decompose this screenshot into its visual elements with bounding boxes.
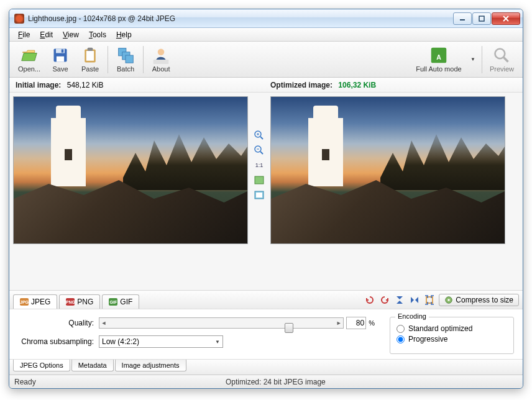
chevron-down-icon: ▼ [215,339,220,345]
separator [482,46,482,73]
menubar: File Edit View Tools Help [9,28,523,42]
app-icon [14,14,24,24]
folder-open-icon [21,47,38,64]
rotate-cw-icon[interactable] [379,294,390,306]
menu-help[interactable]: Help [111,29,137,40]
chroma-select[interactable]: Low (4:2:2) ▼ [99,335,223,348]
encoding-progressive-radio[interactable]: Progressive [397,335,507,343]
optimized-size-value: 106,32 KiB [338,81,376,89]
window-controls [453,12,520,25]
resize-icon[interactable] [424,294,435,306]
tab-gif[interactable]: GIFGIF [102,294,139,309]
svg-rect-29 [256,193,262,198]
flip-vertical-icon[interactable] [394,294,405,306]
svg-point-32 [448,299,451,301]
tab-jpeg[interactable]: JPGJPEG [13,294,57,309]
chroma-label: Chroma subsampling: [18,337,99,346]
status-optimized: Optimized: 24 bit JPEG image [226,378,326,386]
svg-rect-27 [255,176,264,184]
paste-button[interactable]: Paste [75,44,105,75]
view-tools: 1:1 [250,96,268,286]
tab-image-adjustments[interactable]: Image adjustments [115,360,186,371]
slider-thumb[interactable] [285,323,293,333]
app-window: Lighthouse.jpg - 1024x768 px @ 24bit JPE… [9,9,523,389]
window-title: Lighthouse.jpg - 1024x768 px @ 24bit JPE… [28,14,453,23]
encoding-group: Encoding Standard optimized Progressive [390,317,514,354]
zoom-1to1-button[interactable]: 1:1 [254,160,265,171]
svg-line-19 [504,57,508,61]
gear-icon [444,296,453,304]
auto-mode-dropdown[interactable]: ▼ [467,57,479,62]
original-image-pane[interactable] [13,96,248,244]
workspace: 1:1 [9,93,523,290]
svg-text:A: A [436,53,441,61]
about-button[interactable]: About [146,44,176,75]
zoom-in-icon[interactable] [254,130,265,141]
percent-label: % [369,319,375,327]
quality-label: Quality: [18,319,99,327]
svg-point-18 [495,48,505,58]
svg-line-21 [260,137,263,139]
fit-image-icon[interactable] [254,189,265,201]
separator [108,46,108,73]
floppy-icon [52,47,69,64]
slider-left-arrow[interactable]: ◄ [99,320,108,326]
svg-rect-6 [57,56,64,61]
compress-to-size-button[interactable]: Compress to size [439,294,519,306]
open-button[interactable]: Open... [13,44,45,75]
slider-right-arrow[interactable]: ► [334,320,343,326]
separator [143,46,144,73]
svg-line-25 [260,152,263,154]
encoding-legend: Encoding [395,312,429,320]
tab-jpeg-options[interactable]: JPEG Options [13,360,70,371]
menu-edit[interactable]: Edit [35,29,58,40]
save-button[interactable]: Save [45,44,75,75]
fit-window-icon[interactable] [254,175,265,186]
toolbar: Open... Save Paste Batch About A Full Au… [9,42,523,78]
svg-rect-10 [88,47,93,50]
svg-rect-7 [62,49,64,52]
clipboard-icon [81,47,99,64]
preview-button[interactable]: Preview [485,44,519,75]
svg-rect-9 [86,51,94,61]
maximize-button[interactable] [472,12,491,25]
svg-rect-1 [479,16,484,21]
batch-button[interactable]: Batch [111,44,140,75]
svg-rect-15 [154,60,169,64]
menu-tools[interactable]: Tools [84,29,111,40]
sizes-bar: Initial image: 548,12 KiB Optimized imag… [9,78,523,93]
quality-slider[interactable]: ◄ ► [99,317,344,329]
options-panel: Quality: ◄ ► % Chroma subsampling: Low (… [9,309,523,360]
optimized-size-label: Optimized image: [270,81,332,89]
menu-file[interactable]: File [13,29,35,40]
initial-size-value: 548,12 KiB [67,81,104,89]
tab-png[interactable]: PNGPNG [59,294,100,309]
minimize-button[interactable] [453,12,472,25]
titlebar: Lighthouse.jpg - 1024x768 px @ 24bit JPE… [9,9,523,28]
svg-point-14 [158,48,165,55]
rotate-ccw-icon[interactable] [364,294,375,306]
batch-icon [117,47,134,64]
zoom-out-icon[interactable] [254,145,265,156]
auto-a-icon: A [430,47,447,64]
statusbar: Ready Optimized: 24 bit JPEG image [9,375,523,388]
options-tab-strip: JPEG Options Metadata Image adjustments [9,360,523,375]
quality-input[interactable] [346,317,366,329]
tab-metadata[interactable]: Metadata [71,360,114,371]
svg-rect-13 [126,55,133,63]
optimized-image-pane[interactable] [270,96,505,244]
initial-size-label: Initial image: [16,81,61,89]
close-button[interactable] [492,12,520,25]
magnifier-icon [493,47,510,64]
encoding-standard-radio[interactable]: Standard optimized [397,324,507,333]
flip-horizontal-icon[interactable] [409,294,420,306]
menu-view[interactable]: View [58,29,84,40]
status-ready: Ready [14,378,226,386]
format-tab-strip: JPGJPEG PNGPNG GIFGIF Compress to size [9,290,523,309]
full-auto-mode-button[interactable]: A Full Auto mode [411,44,467,75]
person-icon [152,47,170,64]
